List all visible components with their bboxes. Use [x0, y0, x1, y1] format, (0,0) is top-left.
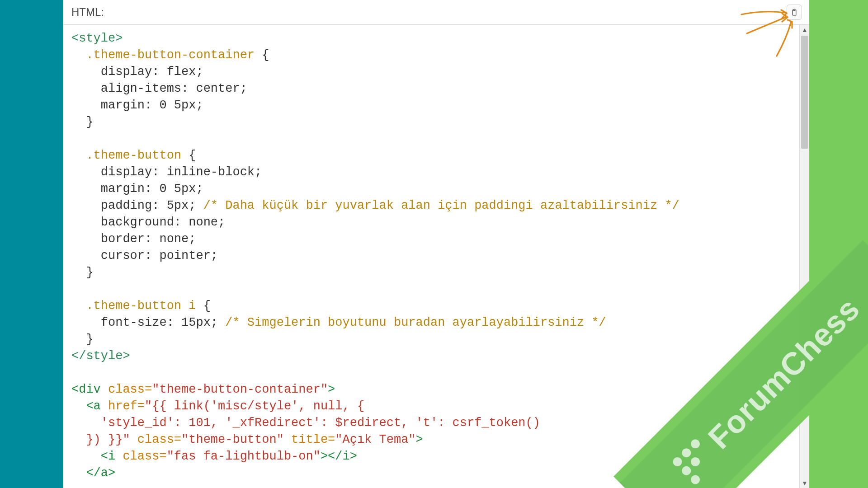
code-viewport[interactable]: <style> .theme-button-container { displa… [63, 30, 799, 488]
code-content: <style> .theme-button-container { displa… [71, 30, 799, 482]
code-language-label: HTML: [71, 6, 104, 19]
clipboard-icon [790, 8, 798, 16]
copy-code-button[interactable] [787, 5, 802, 20]
vertical-scrollbar[interactable]: ▲ ▼ [799, 25, 809, 488]
scroll-down-arrow-icon[interactable]: ▼ [800, 478, 810, 488]
scroll-up-arrow-icon[interactable]: ▲ [800, 25, 810, 35]
right-gutter [809, 0, 868, 488]
scroll-thumb[interactable] [801, 36, 808, 149]
code-block: <style> .theme-button-container { displa… [63, 25, 809, 488]
code-block-header: HTML: [63, 0, 809, 25]
left-gutter [0, 0, 63, 488]
